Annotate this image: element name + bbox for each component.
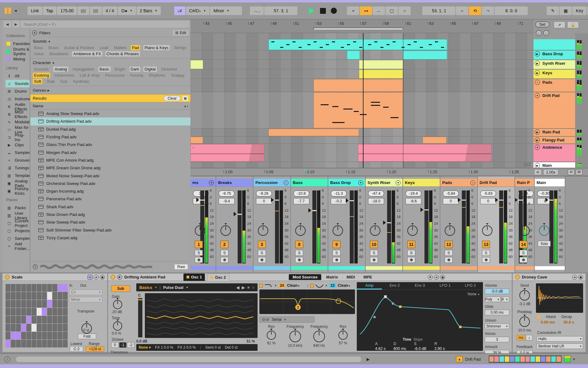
scale-cell[interactable]	[58, 284, 62, 292]
pan-knob[interactable]	[333, 225, 343, 236]
track-number[interactable]: 10	[370, 241, 378, 248]
tone-knob[interactable]	[113, 321, 122, 331]
punch-in-toggle[interactable]: ⌐	[456, 6, 468, 15]
scale-mode-toggle[interactable]: ♭♯	[174, 6, 185, 15]
sidebar-item-tunings[interactable]: ⇶Tunings	[6, 164, 30, 172]
track-number[interactable]: 14	[519, 241, 527, 248]
computer-midi-keyboard-toggle[interactable]: ▦	[560, 6, 572, 15]
scale-cell[interactable]	[42, 316, 47, 324]
predelay-value[interactable]: 10.0 ms	[515, 328, 534, 332]
fader-handle[interactable]	[350, 200, 354, 201]
wavetable-category[interactable]: Basics	[139, 285, 152, 290]
unfold-icon[interactable]: ▼	[535, 93, 540, 98]
osc-gain-fader[interactable]	[138, 298, 142, 337]
quantization-menu[interactable]: 2 Bars▼	[137, 6, 161, 15]
filter-chip-piano-keys[interactable]: Piano & Keys	[143, 45, 170, 50]
ir-category-select[interactable]: Halls▼	[537, 336, 583, 342]
volume-fader[interactable]	[275, 190, 279, 263]
track-number[interactable]: 9	[333, 241, 341, 248]
solo-button[interactable]: S	[519, 250, 527, 256]
clip[interactable]	[347, 51, 360, 59]
freq1-knob[interactable]	[289, 331, 301, 342]
volume-fader[interactable]	[312, 190, 316, 263]
scale-cell[interactable]	[26, 284, 31, 292]
play-icon[interactable]: ▶	[535, 137, 540, 143]
scale-cell[interactable]	[42, 300, 47, 308]
save-preset-icon[interactable]: ▣	[440, 275, 445, 280]
filter-chip-dark[interactable]: Dark	[130, 67, 140, 72]
raw-preview-button[interactable]: Raw	[174, 264, 188, 270]
pan-knob[interactable]	[195, 225, 205, 236]
filter-chip-inharmonic[interactable]: Inharmonic	[53, 73, 75, 78]
browser-back-button[interactable]: ◀	[4, 21, 11, 28]
volume-field[interactable]: -18.0	[368, 198, 384, 204]
browser-forward-button[interactable]: ▶	[12, 21, 20, 28]
filter-response-graph[interactable]: 2	[259, 289, 355, 314]
sidebar-item-grooves[interactable]: ≈Grooves	[6, 156, 30, 164]
track-lane-synth-riser[interactable]	[190, 60, 533, 69]
scale-cell[interactable]	[11, 340, 16, 347]
sidebar-item-samples[interactable]: ▢Samples	[6, 235, 30, 242]
mixer-strip-breaks[interactable]: Breaks-9.75-9.460612182430364248602S	[216, 176, 254, 272]
preset-play-icon[interactable]: ▶	[117, 275, 122, 280]
draw-mode-toggle[interactable]: ✎	[547, 6, 559, 15]
draw-automation-icon[interactable]: ⇗	[554, 21, 565, 28]
sidebar-item-midi-effects[interactable]: ≣MIDI Effects	[6, 110, 30, 118]
filter-chip-brass[interactable]: Brass	[47, 45, 60, 50]
filter-chip-chords-phrases[interactable]: Chords & Phrases	[105, 51, 140, 56]
track-number[interactable]: 13	[482, 241, 490, 248]
overdub-button[interactable]: +	[347, 6, 359, 15]
sidebar-item-current-project[interactable]: ▢Current Project	[6, 219, 30, 227]
scale-cell[interactable]	[37, 340, 42, 347]
filter-chip-stab[interactable]: Stab	[45, 79, 56, 84]
scale-cell[interactable]	[63, 284, 68, 292]
adsr-param[interactable]: A4.62 s	[375, 342, 386, 351]
clip[interactable]: ...	[190, 144, 264, 162]
result-item[interactable]: MPE Dream Grain Drone.adg	[30, 164, 190, 172]
result-item[interactable]: Drifting Ambient Pad.adv	[30, 117, 190, 125]
scale-cell[interactable]	[47, 332, 52, 339]
filter-chip-mallets[interactable]: Mallets	[113, 45, 128, 50]
peak-level-display[interactable]: -5.83	[480, 190, 496, 197]
range-value[interactable]: +128 st	[86, 346, 104, 352]
scale-cell[interactable]	[52, 340, 57, 347]
pan-knob[interactable]	[519, 225, 530, 236]
track-number[interactable]: 2	[221, 241, 228, 248]
scale-cell[interactable]	[11, 300, 16, 308]
env-tab-lfo-2[interactable]: LFO 2	[458, 282, 483, 289]
sidebar-item-packs[interactable]: ▤Packs	[6, 204, 30, 212]
filter-chip-soft[interactable]: Soft	[33, 79, 42, 84]
tempo-display[interactable]: 175.00	[57, 6, 77, 15]
amp-envelope-graph[interactable]	[357, 291, 483, 337]
filter-chip-synthetic[interactable]: Synthetic	[72, 79, 90, 84]
scale-cell[interactable]	[42, 308, 47, 316]
scale-cell[interactable]	[26, 340, 31, 347]
wavetable-next-icon[interactable]: ▶	[242, 285, 245, 290]
clip[interactable]	[269, 129, 359, 136]
track-header-drift-pad[interactable]: ▼Drift Pad	[533, 92, 575, 128]
fold-button[interactable]: Fold	[78, 334, 96, 339]
scale-cell[interactable]	[63, 292, 68, 300]
scale-cell[interactable]	[37, 316, 42, 324]
scale-cell[interactable]	[6, 284, 10, 292]
volume-fader[interactable]	[387, 190, 391, 263]
fit-height-button[interactable]: H	[568, 169, 575, 175]
scale-cell[interactable]	[42, 292, 47, 300]
link-button[interactable]: Link	[28, 6, 42, 15]
fader-handle[interactable]	[462, 200, 466, 201]
sidebar-item-favorites[interactable]: Favorites	[6, 40, 30, 48]
solo-button[interactable]: S	[445, 250, 453, 256]
scale-cell[interactable]	[16, 284, 21, 292]
volume-fader[interactable]	[424, 190, 428, 263]
scale-cell[interactable]	[11, 284, 16, 292]
scale-cell[interactable]	[37, 308, 42, 316]
scale-cell[interactable]	[63, 300, 68, 308]
volume-fader[interactable]	[549, 190, 553, 263]
volume-field[interactable]: -6.6	[405, 198, 421, 204]
mini-play-icon[interactable]: ▶	[367, 357, 370, 362]
solo-button[interactable]: S	[482, 250, 490, 256]
clip[interactable]	[190, 137, 203, 144]
scale-cell[interactable]	[32, 332, 36, 339]
scale-cell[interactable]	[47, 284, 52, 292]
fader-handle[interactable]	[519, 200, 523, 201]
